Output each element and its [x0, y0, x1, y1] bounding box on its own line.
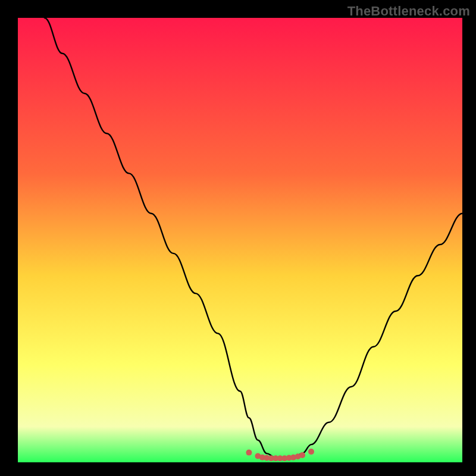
marker-dot [246, 450, 252, 456]
bottleneck-chart [18, 18, 462, 462]
marker-dot [308, 449, 314, 455]
gradient-background [18, 18, 462, 462]
marker-dot [299, 452, 305, 458]
chart-container: TheBottleneck.com [0, 0, 476, 476]
plot-area [18, 18, 462, 462]
watermark-text: TheBottleneck.com [347, 4, 470, 19]
